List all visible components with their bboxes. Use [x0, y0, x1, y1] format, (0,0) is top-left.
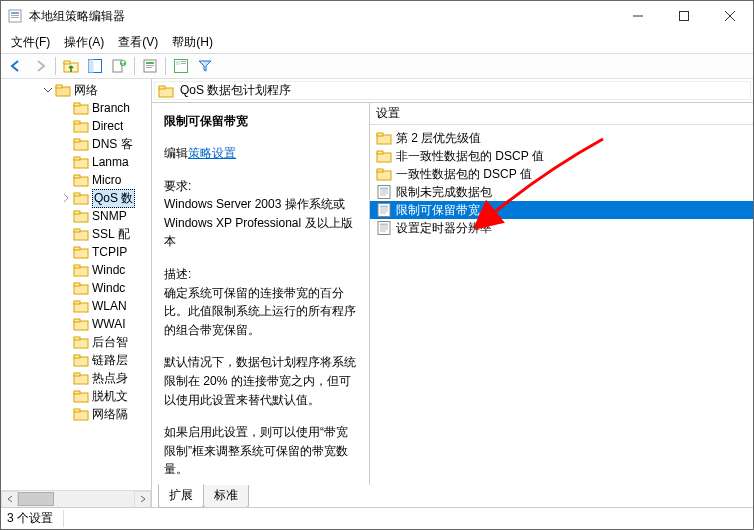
- export-button[interactable]: [108, 55, 130, 77]
- svg-rect-25: [74, 103, 80, 106]
- path-label: QoS 数据包计划程序: [180, 82, 291, 99]
- list-item-label: 限制未完成数据包: [396, 184, 492, 201]
- scroll-right-button[interactable]: [134, 491, 151, 508]
- tree-item[interactable]: TCPIP: [1, 243, 151, 261]
- svg-rect-29: [74, 139, 80, 142]
- tree-label: 网络隔: [92, 406, 128, 423]
- tab-extended[interactable]: 扩展: [158, 484, 204, 508]
- svg-rect-72: [380, 195, 386, 196]
- edit-policy-link[interactable]: 策略设置: [188, 146, 236, 160]
- tree-item[interactable]: Direct: [1, 117, 151, 135]
- tree-item[interactable]: 后台智: [1, 333, 151, 351]
- folder-icon: [158, 83, 174, 99]
- list-item[interactable]: 限制可保留带宽: [370, 201, 753, 219]
- svg-rect-76: [380, 211, 388, 212]
- setting-icon: [376, 184, 392, 200]
- svg-rect-71: [380, 193, 388, 194]
- scroll-left-button[interactable]: [1, 491, 18, 508]
- show-hide-tree-button[interactable]: [84, 55, 106, 77]
- folder-icon: [73, 334, 89, 350]
- tree-item[interactable]: QoS 数: [1, 189, 151, 207]
- list-item[interactable]: 一致性数据包的 DSCP 值: [370, 165, 753, 183]
- description-p1: 确定系统可保留的连接带宽的百分比。此值限制系统上运行的所有程序的组合带宽保留。: [164, 286, 356, 337]
- list-item[interactable]: 限制未完成数据包: [370, 183, 753, 201]
- list-item[interactable]: 第 2 层优先级值: [370, 129, 753, 147]
- toolbar: [1, 53, 753, 79]
- tree-item[interactable]: Lanma: [1, 153, 151, 171]
- svg-rect-41: [74, 247, 80, 250]
- svg-rect-17: [146, 67, 152, 68]
- tree-label: 链路层: [92, 352, 128, 369]
- svg-rect-70: [380, 191, 388, 192]
- folder-icon: [376, 166, 392, 182]
- svg-rect-59: [74, 409, 80, 412]
- minimize-button[interactable]: [615, 1, 661, 31]
- tree-label: Branch: [92, 101, 130, 115]
- settings-list[interactable]: 第 2 层优先级值非一致性数据包的 DSCP 值一致性数据包的 DSCP 值限制…: [370, 125, 753, 485]
- tree-item[interactable]: 脱机文: [1, 387, 151, 405]
- list-item[interactable]: 设置定时器分辨率: [370, 219, 753, 237]
- menu-help[interactable]: 帮助(H): [166, 32, 219, 53]
- menu-action[interactable]: 操作(A): [58, 32, 110, 53]
- folder-icon: [73, 262, 89, 278]
- chevron-right-icon[interactable]: [59, 191, 73, 205]
- up-button[interactable]: [60, 55, 82, 77]
- folder-icon: [73, 172, 89, 188]
- svg-rect-79: [380, 224, 388, 226]
- tree-item[interactable]: WLAN: [1, 297, 151, 315]
- tab-standard[interactable]: 标准: [203, 485, 249, 508]
- svg-rect-16: [146, 65, 154, 66]
- list-header[interactable]: 设置: [370, 103, 753, 125]
- tree[interactable]: 网络BranchDirectDNS 客LanmaMicroQoS 数SNMPSS…: [1, 79, 151, 490]
- properties-button[interactable]: [170, 55, 192, 77]
- chevron-down-icon[interactable]: [41, 83, 55, 97]
- menu-view[interactable]: 查看(V): [112, 32, 164, 53]
- svg-rect-73: [378, 204, 390, 217]
- toolbar-separator: [134, 57, 135, 75]
- tree-item[interactable]: 网络隔: [1, 405, 151, 423]
- svg-rect-63: [377, 133, 383, 136]
- maximize-button[interactable]: [661, 1, 707, 31]
- scroll-thumb[interactable]: [18, 492, 54, 506]
- back-button[interactable]: [5, 55, 27, 77]
- right-pane: QoS 数据包计划程序 限制可保留带宽 编辑策略设置 要求: Windows S…: [152, 79, 753, 507]
- tree-item[interactable]: Micro: [1, 171, 151, 189]
- svg-rect-37: [74, 211, 80, 214]
- tree-item[interactable]: Branch: [1, 99, 151, 117]
- svg-rect-5: [680, 12, 689, 21]
- view-tabs: 扩展 标准: [152, 485, 753, 507]
- svg-rect-9: [64, 61, 70, 64]
- tree-label: Micro: [92, 173, 121, 187]
- menubar: 文件(F) 操作(A) 查看(V) 帮助(H): [1, 31, 753, 53]
- tree-item[interactable]: Windc: [1, 279, 151, 297]
- folder-icon: [73, 280, 89, 296]
- folder-icon: [73, 298, 89, 314]
- tree-item[interactable]: SNMP: [1, 207, 151, 225]
- folder-icon: [73, 100, 89, 116]
- list-item[interactable]: 非一致性数据包的 DSCP 值: [370, 147, 753, 165]
- filter-button[interactable]: [194, 55, 216, 77]
- tree-item[interactable]: DNS 客: [1, 135, 151, 153]
- tree-item-root[interactable]: 网络: [1, 81, 151, 99]
- folder-icon: [73, 226, 89, 242]
- svg-rect-33: [74, 175, 80, 178]
- edit-prefix: 编辑: [164, 146, 188, 160]
- tree-label: SSL 配: [92, 226, 130, 243]
- svg-rect-47: [74, 301, 80, 304]
- tree-item[interactable]: WWAI: [1, 315, 151, 333]
- toolbar-separator: [165, 57, 166, 75]
- tree-hscrollbar[interactable]: [1, 490, 151, 507]
- forward-button[interactable]: [29, 55, 51, 77]
- list-item-label: 非一致性数据包的 DSCP 值: [396, 148, 544, 165]
- tree-item[interactable]: 热点身: [1, 369, 151, 387]
- tree-item[interactable]: 链路层: [1, 351, 151, 369]
- close-button[interactable]: [707, 1, 753, 31]
- app-window: 本地组策略编辑器 文件(F) 操作(A) 查看(V) 帮助(H) 网络Branc…: [0, 0, 754, 530]
- tree-item[interactable]: Windc: [1, 261, 151, 279]
- menu-file[interactable]: 文件(F): [5, 32, 56, 53]
- folder-icon: [73, 316, 89, 332]
- refresh-button[interactable]: [139, 55, 161, 77]
- svg-rect-81: [380, 229, 388, 230]
- tree-item[interactable]: SSL 配: [1, 225, 151, 243]
- svg-rect-19: [176, 61, 180, 65]
